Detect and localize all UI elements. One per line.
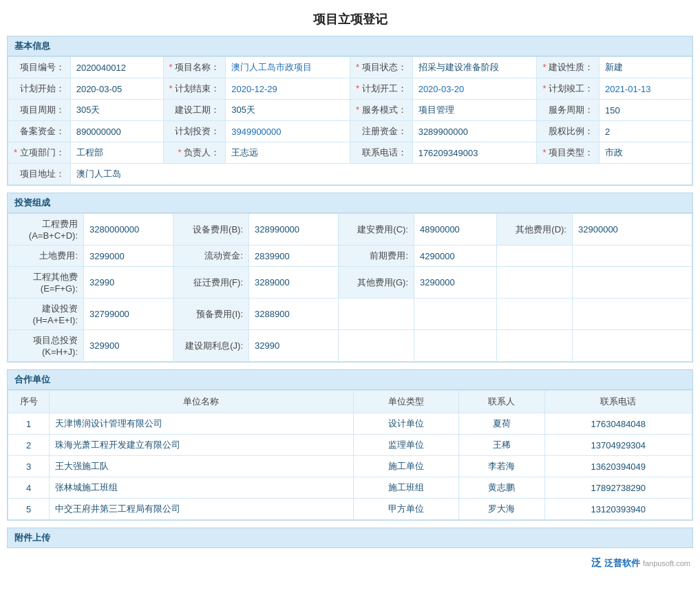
partner-type: 施工单位 — [353, 456, 458, 477]
investment-section: 投资组成 工程费用(A=B+C+D): 3280000000 设备费用(B): … — [7, 193, 693, 362]
build-cost-value: 48900000 — [414, 214, 497, 246]
partner-phone: 17630484048 — [544, 413, 692, 435]
eng-cost-label: 工程费用(A=B+C+D): — [8, 214, 84, 246]
table-row: 4 张林城施工班组 施工班组 黄志鹏 17892738290 — [8, 477, 692, 499]
record-capital-value: 890000000 — [70, 121, 163, 142]
partner-name: 张林城施工班组 — [50, 477, 354, 499]
working-capital-value: 2839900 — [249, 246, 339, 267]
col-name: 单位名称 — [50, 391, 354, 413]
migration-label: 征迁费用(F): — [173, 267, 249, 298]
col-contact: 联系人 — [459, 391, 544, 413]
working-capital-label: 流动资金: — [173, 246, 249, 267]
total-invest-label: 项目总投资(K=H+J): — [8, 330, 84, 362]
project-type-value: 市政 — [600, 142, 692, 164]
contact-label: 联系电话： — [350, 142, 412, 164]
plan-end-label: * 计划结束： — [163, 78, 226, 100]
table-row: 2 珠海光萧工程开发建立有限公司 监理单位 王稀 13704929304 — [8, 435, 692, 456]
responsible-value: 王志远 — [226, 142, 350, 164]
equip-cost-label: 设备费用(B): — [173, 214, 249, 246]
partner-no: 3 — [8, 456, 50, 477]
project-no-label: 项目编号： — [8, 57, 71, 78]
partner-type: 监理单位 — [353, 435, 458, 456]
pre-cost-label: 前期费用: — [339, 246, 414, 267]
footer: 泛 泛普软件 fanpusoft.com — [0, 552, 700, 574]
partner-type: 施工班组 — [353, 477, 458, 499]
service-mode-value: 项目管理 — [412, 100, 537, 121]
attachment-section: 附件上传 — [7, 528, 693, 548]
build-period-label: 建设工期： — [163, 100, 226, 121]
partner-name: 珠海光萧工程开发建立有限公司 — [50, 435, 354, 456]
equity-ratio-value: 2 — [600, 121, 692, 142]
eng-cost-value: 3280000000 — [84, 214, 173, 246]
plan-start2-label: * 计划开工： — [350, 78, 412, 100]
partner-contact: 李若海 — [459, 456, 544, 477]
plan-end-value: 2020-12-29 — [226, 78, 350, 100]
col-no: 序号 — [8, 391, 50, 413]
responsible-label: * 负责人： — [163, 142, 226, 164]
project-status-label: * 项目状态： — [350, 57, 412, 78]
register-capital-label: 注册资金： — [350, 121, 412, 142]
dept-label: * 立项部门： — [8, 142, 71, 164]
plan-finish-label: * 计划竣工： — [537, 78, 600, 100]
project-status-value: 招采与建设准备阶段 — [412, 57, 537, 78]
plan-start-value: 2020-03-05 — [70, 78, 163, 100]
eng-other-label: 工程其他费(E=F+G): — [8, 267, 84, 298]
partner-phone: 13120393940 — [544, 499, 692, 520]
partner-contact: 黄志鹏 — [459, 477, 544, 499]
build-nature-label: * 建设性质： — [537, 57, 600, 78]
contact-value: 176209349003 — [412, 142, 537, 164]
project-no-value: 2020040012 — [70, 57, 163, 78]
logo-icon: 泛 — [591, 556, 602, 569]
service-period-value: 150 — [600, 100, 692, 121]
build-nature-value: 新建 — [600, 57, 692, 78]
basic-info-section: 基本信息 项目编号： 2020040012 * 项目名称： 澳门人工岛市政项目 … — [7, 36, 693, 186]
service-mode-label: * 服务模式： — [350, 100, 412, 121]
col-phone: 联系电话 — [544, 391, 692, 413]
service-period-label: 服务周期： — [537, 100, 600, 121]
partners-header: 合作单位 — [8, 370, 692, 390]
partner-name: 王大强施工队 — [50, 456, 354, 477]
build-invest-value: 32799000 — [84, 298, 173, 330]
dept-value: 工程部 — [70, 142, 163, 164]
basic-info-table: 项目编号： 2020040012 * 项目名称： 澳门人工岛市政项目 * 项目状… — [8, 56, 692, 185]
total-invest-value: 329900 — [84, 330, 173, 362]
partner-no: 4 — [8, 477, 50, 499]
migration-value: 3289000 — [249, 267, 339, 298]
land-cost-value: 3299000 — [84, 246, 173, 267]
partner-phone: 13620394049 — [544, 456, 692, 477]
partner-contact: 罗大海 — [459, 499, 544, 520]
build-cost-label: 建安费用(C): — [339, 214, 414, 246]
plan-start2-value: 2020-03-20 — [412, 78, 537, 100]
plan-invest-value: 3949900000 — [226, 121, 350, 142]
partner-no: 2 — [8, 435, 50, 456]
partners-section: 合作单位 序号 单位名称 单位类型 联系人 联系电话 1 天津博润设计管理有限公… — [7, 369, 693, 521]
partner-phone: 13704929304 — [544, 435, 692, 456]
project-type-label: * 项目类型： — [537, 142, 600, 164]
land-cost-label: 土地费用: — [8, 246, 84, 267]
partner-no: 1 — [8, 413, 50, 435]
investment-table: 工程费用(A=B+C+D): 3280000000 设备费用(B): 32899… — [8, 213, 692, 362]
build-period-value: 305天 — [226, 100, 350, 121]
project-name-label: * 项目名称： — [163, 57, 226, 78]
address-label: 项目地址： — [8, 164, 71, 185]
page-title: 项目立项登记 — [0, 0, 700, 36]
partner-contact: 王稀 — [459, 435, 544, 456]
partner-type: 甲方单位 — [353, 499, 458, 520]
plan-invest-label: 计划投资： — [163, 121, 226, 142]
table-row: 3 王大强施工队 施工单位 李若海 13620394049 — [8, 456, 692, 477]
partner-phone: 17892738290 — [544, 477, 692, 499]
reserve-label: 预备费用(I): — [173, 298, 249, 330]
interest-value: 32990 — [249, 330, 339, 362]
basic-info-header: 基本信息 — [8, 36, 692, 56]
partner-type: 设计单位 — [353, 413, 458, 435]
col-type: 单位类型 — [353, 391, 458, 413]
pre-cost-value: 4290000 — [414, 246, 497, 267]
plan-start-label: 计划开始： — [8, 78, 71, 100]
plan-finish-value: 2021-01-13 — [600, 78, 692, 100]
other-g-value: 3290000 — [414, 267, 497, 298]
interest-label: 建设期利息(J): — [173, 330, 249, 362]
project-period-label: 项目周期： — [8, 100, 71, 121]
address-value: 澳门人工岛 — [70, 164, 692, 185]
partner-name: 天津博润设计管理有限公司 — [50, 413, 354, 435]
equity-ratio-label: 股权比例： — [537, 121, 600, 142]
